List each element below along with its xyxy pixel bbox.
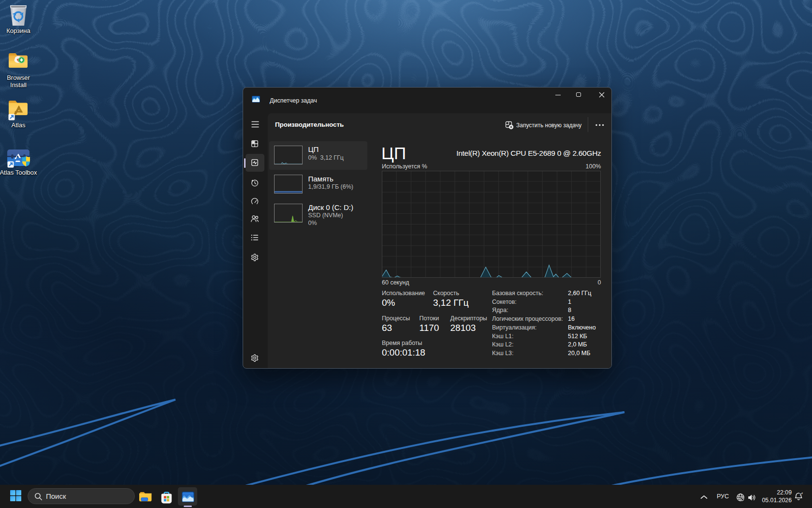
svg-text:z: z (801, 492, 803, 494)
